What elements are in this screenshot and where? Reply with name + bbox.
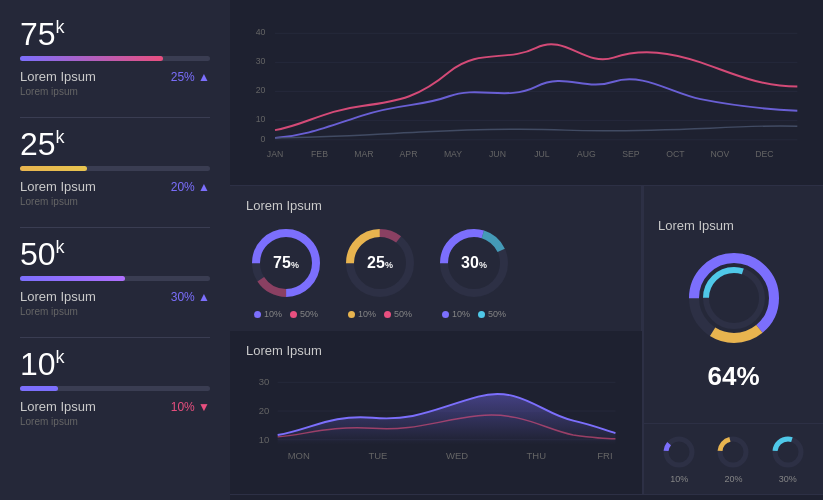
stat-footer-2: Lorem Ipsum 20% ▲: [20, 179, 210, 194]
legend-item-2a: 10%: [348, 309, 376, 319]
small-donut-svg-3: [770, 434, 806, 470]
donut-legend-3: 10% 50%: [442, 309, 506, 319]
donut-item-3: 30% 10% 50%: [434, 223, 514, 319]
y-label-20-bot: 20: [259, 406, 270, 415]
stat-pct-1: 25% ▲: [171, 70, 210, 84]
legend-item-3b: 50%: [478, 309, 506, 319]
stat-block-1: 75k Lorem Ipsum 25% ▲ Lorem ipsum: [20, 18, 210, 97]
stat-block-3: 50k Lorem Ipsum 30% ▲ Lorem ipsum: [20, 238, 210, 317]
donut-legend-2: 10% 50%: [348, 309, 412, 319]
x-label-mar: MAR: [354, 149, 373, 159]
x-label-jun: JUN: [489, 149, 506, 159]
stat-footer-4: Lorem Ipsum 10% ▼: [20, 399, 210, 414]
small-donut-svg-2: [715, 434, 751, 470]
big-donut-title: Lorem Ipsum: [658, 218, 734, 233]
x-label-nov: NOV: [711, 149, 730, 159]
donut-svg-3: 30%: [434, 223, 514, 303]
stat-footer-1: Lorem Ipsum 25% ▲: [20, 69, 210, 84]
stat-value-4: 10k: [20, 348, 210, 380]
stat-pct-2: 20% ▲: [171, 180, 210, 194]
stat-sublabel-4: Lorem ipsum: [20, 416, 210, 427]
x-label-mon: MON: [288, 451, 310, 460]
legend-item-2b: 50%: [384, 309, 412, 319]
x-label-oct: OCT: [666, 149, 685, 159]
dashboard: 75k Lorem Ipsum 25% ▲ Lorem ipsum 25k Lo…: [0, 0, 823, 500]
stat-label-4: Lorem Ipsum: [20, 399, 96, 414]
stat-sublabel-2: Lorem ipsum: [20, 196, 210, 207]
x-label-sep: SEP: [622, 149, 640, 159]
x-label-feb: FEB: [311, 149, 328, 159]
x-label-apr: APR: [400, 149, 418, 159]
main-content: 40 30 20 10 0 JAN FEB MAR APR MAY JUN JU…: [230, 0, 823, 500]
progress-bar-2: [20, 166, 87, 171]
legend-item-1b: 50%: [290, 309, 318, 319]
divider-3: [20, 337, 210, 338]
x-label-may: MAY: [444, 149, 462, 159]
x-label-jan: JAN: [267, 149, 283, 159]
progress-bar-container-3: [20, 276, 210, 281]
progress-bar-3: [20, 276, 125, 281]
x-label-wed: WED: [446, 451, 469, 460]
stat-pct-4: 10% ▼: [171, 400, 210, 414]
small-donut-item-1: 10%: [661, 434, 697, 484]
stat-label-2: Lorem Ipsum: [20, 179, 96, 194]
top-chart-section: 40 30 20 10 0 JAN FEB MAR APR MAY JUN JU…: [230, 0, 823, 185]
stat-value-3: 50k: [20, 238, 210, 270]
stat-pct-3: 30% ▲: [171, 290, 210, 304]
donut-section: Lorem Ipsum 75% 10%: [230, 186, 642, 331]
progress-bar-container-4: [20, 386, 210, 391]
donut-value-2: 25%: [367, 254, 393, 271]
x-label-tue: TUE: [368, 451, 387, 460]
progress-bar-4: [20, 386, 58, 391]
stat-sublabel-1: Lorem ipsum: [20, 86, 210, 97]
donut-svg-2: 25%: [340, 223, 420, 303]
bottom-chart-section: Lorem Ipsum 30 20 10: [230, 331, 642, 494]
x-label-aug: AUG: [577, 149, 596, 159]
stat-unit-1: k: [56, 17, 65, 37]
left-mid: Lorem Ipsum 75% 10%: [230, 186, 643, 494]
x-label-jul: JUL: [534, 149, 550, 159]
stat-unit-4: k: [56, 347, 65, 367]
line-gray: [275, 126, 797, 138]
x-label-thu: THU: [527, 451, 546, 460]
donuts-row: 75% 10% 50%: [246, 223, 625, 319]
legend-item-1a: 10%: [254, 309, 282, 319]
y-label-30-bot: 30: [259, 378, 270, 387]
divider-2: [20, 227, 210, 228]
middle-row: Lorem Ipsum 75% 10%: [230, 185, 823, 494]
y-label-30: 30: [256, 56, 266, 66]
footer-bar: designed by ☺ freepik: [230, 494, 823, 500]
small-donut-label-2: 20%: [724, 474, 742, 484]
bottom-line-chart: 30 20 10: [246, 368, 626, 478]
donut-value-3: 30%: [461, 254, 487, 271]
stat-block-2: 25k Lorem Ipsum 20% ▲ Lorem ipsum: [20, 128, 210, 207]
x-label-dec: DEC: [755, 149, 773, 159]
small-donut-label-3: 30%: [779, 474, 797, 484]
y-label-10-bot: 10: [259, 435, 270, 444]
donut-value-1: 75%: [273, 254, 299, 271]
stat-unit-3: k: [56, 237, 65, 257]
right-section: Lorem Ipsum 64%: [643, 186, 823, 494]
donut-svg-1: 75%: [246, 223, 326, 303]
top-line-chart: 40 30 20 10 0 JAN FEB MAR APR MAY JUN JU…: [246, 14, 807, 164]
divider-1: [20, 117, 210, 118]
legend-item-3a: 10%: [442, 309, 470, 319]
area-fill: [278, 394, 616, 445]
small-donut-label-1: 10%: [670, 474, 688, 484]
stat-label-3: Lorem Ipsum: [20, 289, 96, 304]
y-label-20: 20: [256, 85, 266, 95]
small-donuts-row: 10% 20% 30%: [644, 424, 823, 494]
stat-label-1: Lorem Ipsum: [20, 69, 96, 84]
big-donut-value: 64%: [707, 361, 759, 392]
stat-sublabel-3: Lorem ipsum: [20, 306, 210, 317]
svg-point-22: [666, 439, 692, 465]
donut-item-1: 75% 10% 50%: [246, 223, 326, 319]
y-label-0: 0: [261, 134, 266, 144]
progress-bar-container-2: [20, 166, 210, 171]
small-donut-item-3: 30%: [770, 434, 806, 484]
big-donut-area: Lorem Ipsum 64%: [644, 186, 823, 424]
bottom-chart-title: Lorem Ipsum: [246, 343, 626, 358]
small-donut-svg-1: [661, 434, 697, 470]
progress-bar-1: [20, 56, 163, 61]
stat-block-4: 10k Lorem Ipsum 10% ▼ Lorem ipsum: [20, 348, 210, 427]
